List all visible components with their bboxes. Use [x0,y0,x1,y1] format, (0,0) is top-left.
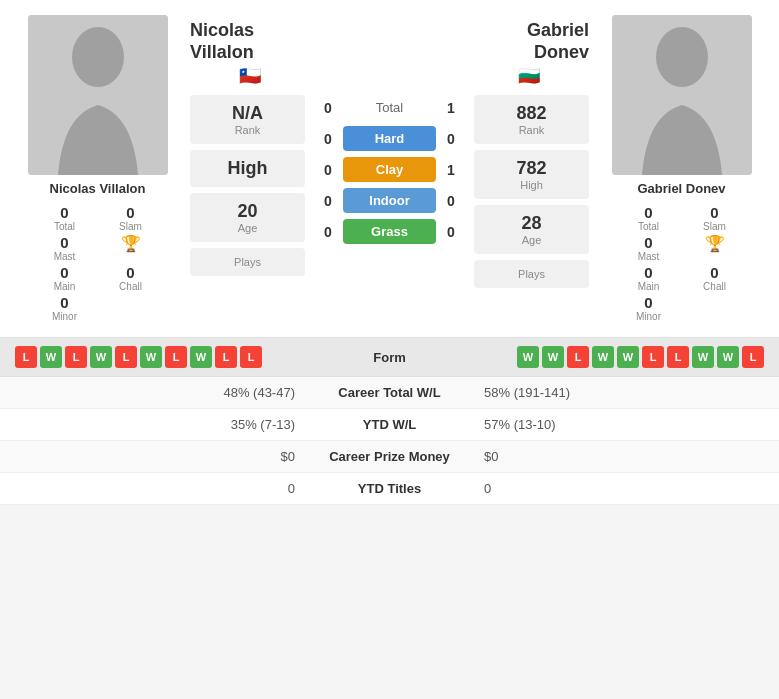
left-chall-cell: 0 Chall [99,264,163,292]
left-chall-value: 0 [99,264,163,281]
hard-badge: Hard [343,126,436,151]
left-slam-value: 0 [99,204,163,221]
form-badge-l: L [642,346,664,368]
right-plays-label: Plays [482,268,581,280]
form-badge-l: L [165,346,187,368]
form-section: LWLWLWLWLL Form WWLWWLLWWL [0,338,779,377]
total-row: 0 Total 1 [313,95,466,120]
clay-right-score: 1 [436,162,466,178]
stats-row-1: 35% (7-13)YTD W/L57% (13-10) [0,409,779,441]
right-main-label: Main [617,281,681,292]
left-stats-grid: 0 Total 0 Slam 0 Mast 🏆 0 Main [33,204,163,322]
right-main-value: 0 [617,264,681,281]
form-badge-w: W [40,346,62,368]
stats-row-3: 0YTD Titles0 [0,473,779,505]
indoor-right-score: 0 [436,193,466,209]
form-badge-l: L [65,346,87,368]
right-plays-box: Plays [474,260,589,288]
left-total-value: 0 [33,204,97,221]
form-badge-w: W [140,346,162,368]
right-header-name: GabrielDonev [469,20,589,63]
right-flag: 🇧🇬 [469,65,589,87]
left-player-photo [28,15,168,175]
right-high-label: High [482,179,581,191]
stats-row-2: $0Career Prize Money$0 [0,441,779,473]
left-form-badges: LWLWLWLWLL [15,346,262,368]
left-main-label: Main [33,281,97,292]
right-minor-cell: 0 Minor [617,294,681,322]
right-chall-cell: 0 Chall [683,264,747,292]
left-mast-label: Mast [33,251,97,262]
form-label: Form [262,350,517,365]
stats-label-1: YTD W/L [295,417,484,432]
stats-right-2: $0 [484,449,764,464]
left-header-name: NicolasVillalon [190,20,310,63]
right-form-badges: WWLWWLLWWL [517,346,764,368]
left-age-box: 20 Age [190,193,305,242]
right-player-box: 882 Rank 782 High 28 Age Plays [474,95,589,294]
left-slam-label: Slam [99,221,163,232]
left-age-value: 20 [198,201,297,222]
total-right-score: 1 [436,100,466,116]
left-trophy-icon: 🏆 [121,235,141,252]
left-rank-box: N/A Rank [190,95,305,144]
right-minor-value: 0 [617,294,681,311]
left-age-label: Age [198,222,297,234]
main-container: Nicolas Villalon 0 Total 0 Slam 0 Mast 🏆 [0,0,779,505]
left-total-label: Total [33,221,97,232]
right-total-value: 0 [617,204,681,221]
form-badge-l: L [215,346,237,368]
left-main-cell: 0 Main [33,264,97,292]
right-player-name: Gabriel Donev [637,181,725,196]
player-section: Nicolas Villalon 0 Total 0 Slam 0 Mast 🏆 [0,0,779,338]
right-main-cell: 0 Main [617,264,681,292]
left-player-name: Nicolas Villalon [50,181,146,196]
indoor-badge: Indoor [343,188,436,213]
left-mast-cell: 0 Mast [33,234,97,262]
clay-badge: Clay [343,157,436,182]
stats-row-0: 48% (43-47)Career Total W/L58% (191-141) [0,377,779,409]
total-badge: Total [343,95,436,120]
stats-table: 48% (43-47)Career Total W/L58% (191-141)… [0,377,779,505]
left-trophy-cell: 🏆 [99,234,163,262]
stats-right-1: 57% (13-10) [484,417,764,432]
right-trophy-cell: 🏆 [683,234,747,262]
right-age-label: Age [482,234,581,246]
left-name-flag-box: NicolasVillalon 🇨🇱 [190,20,310,87]
left-high-value: High [198,158,297,179]
grass-right-score: 0 [436,224,466,240]
stats-label-3: YTD Titles [295,481,484,496]
surface-rows: 0 Total 1 0 Hard 0 0 Clay 1 [313,95,466,244]
stats-left-2: $0 [15,449,295,464]
right-trophy-icon: 🏆 [705,235,725,252]
right-rank-value: 882 [482,103,581,124]
left-minor-cell: 0 Minor [33,294,97,322]
stats-left-3: 0 [15,481,295,496]
right-mast-cell: 0 Mast [617,234,681,262]
left-mast-value: 0 [33,234,97,251]
left-rank-value: N/A [198,103,297,124]
left-main-value: 0 [33,264,97,281]
stats-right-3: 0 [484,481,764,496]
form-badge-l: L [115,346,137,368]
indoor-row: 0 Indoor 0 [313,188,466,213]
left-plays-label: Plays [198,256,297,268]
left-slam-cell: 0 Slam [99,204,163,232]
stats-left-1: 35% (7-13) [15,417,295,432]
left-chall-label: Chall [99,281,163,292]
left-rank-label: Rank [198,124,297,136]
player-header-area: NicolasVillalon 🇨🇱 GabrielDonev 🇧🇬 [190,15,589,95]
form-badge-l: L [15,346,37,368]
total-left-score: 0 [313,100,343,116]
left-plays-box: Plays [190,248,305,276]
right-slam-cell: 0 Slam [683,204,747,232]
form-badge-w: W [90,346,112,368]
left-total-cell: 0 Total [33,204,97,232]
svg-point-1 [72,27,124,87]
right-player-photo [612,15,752,175]
left-flag: 🇨🇱 [190,65,310,87]
indoor-left-score: 0 [313,193,343,209]
stats-label-0: Career Total W/L [295,385,484,400]
form-badge-l: L [667,346,689,368]
stats-layout: N/A Rank High 20 Age Plays [190,95,589,294]
